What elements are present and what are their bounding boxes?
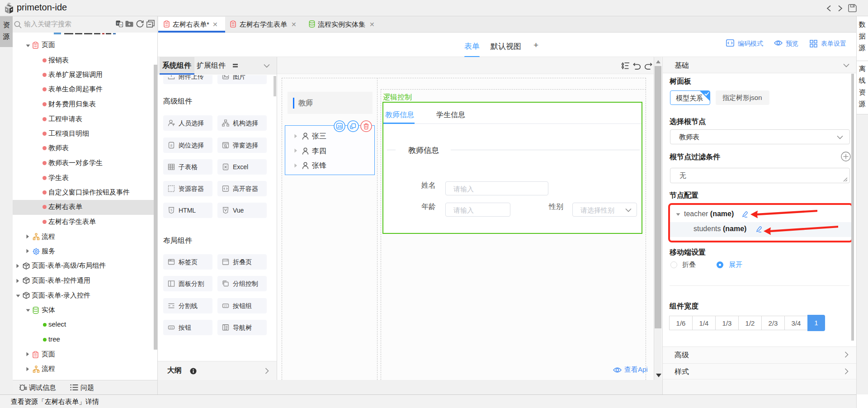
svg-text:x: x <box>120 23 122 27</box>
svg-text:8: 8 <box>170 143 173 147</box>
svg-text:Tab: Tab <box>168 260 171 261</box>
svg-text:BTN: BTN <box>170 327 173 329</box>
svg-text:JS: JS <box>337 124 342 129</box>
svg-text:5: 5 <box>170 209 172 212</box>
svg-text:BTN: BTN <box>224 305 227 307</box>
